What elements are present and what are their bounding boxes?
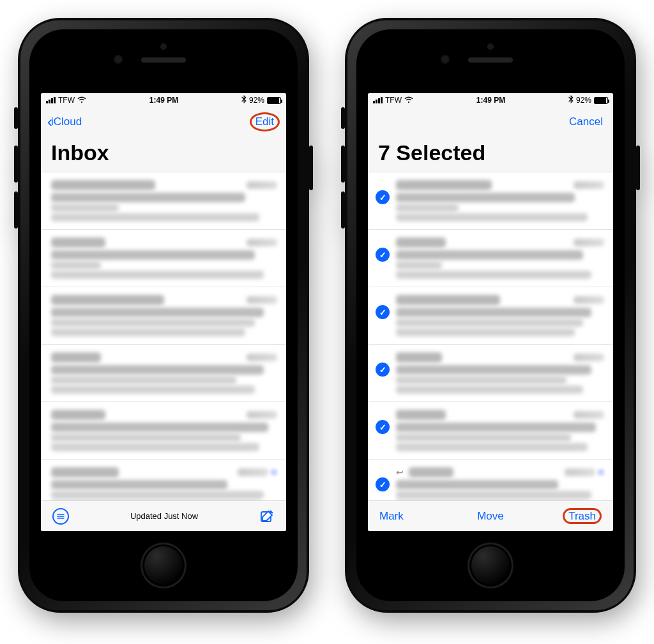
status-bar: TFW 1:49 PM 92% (368, 93, 613, 107)
trash-button[interactable]: Trash (563, 508, 602, 524)
clock: 1:49 PM (149, 96, 178, 105)
message-row[interactable]: ✓ (368, 402, 613, 460)
back-label: iCloud (51, 116, 82, 128)
mail-select-screen: TFW 1:49 PM 92% (368, 93, 613, 531)
home-button[interactable] (468, 543, 513, 588)
wifi-icon (404, 96, 413, 105)
compose-button[interactable] (259, 509, 275, 524)
nav-bar: Cancel (368, 107, 613, 137)
page-title: 7 Selected (368, 137, 613, 172)
status-bar: TFW 1:49 PM 92% (41, 93, 286, 107)
message-row[interactable] (41, 172, 286, 230)
mail-inbox-screen: TFW 1:49 PM 92% (41, 93, 286, 531)
checkmark-icon[interactable]: ✓ (376, 305, 390, 319)
cancel-button[interactable]: Cancel (565, 114, 607, 130)
battery-pct: 92% (249, 96, 264, 105)
toolbar-status: Updated Just Now (69, 511, 259, 521)
battery-icon (267, 97, 281, 104)
move-button[interactable]: Move (453, 510, 528, 523)
carrier-label: TFW (385, 96, 402, 105)
bluetooth-icon (241, 95, 247, 105)
message-row[interactable]: ✓ (368, 172, 613, 230)
message-row[interactable] (41, 460, 286, 500)
phone-left: TFW 1:49 PM 92% (18, 18, 309, 613)
message-row[interactable] (41, 402, 286, 460)
cancel-label: Cancel (569, 116, 603, 128)
clock: 1:49 PM (476, 96, 505, 105)
toolbar: Updated Just Now (41, 500, 286, 531)
back-button[interactable]: ‹ iCloud (47, 114, 82, 130)
message-list[interactable]: ✓ ✓ (368, 172, 613, 500)
reply-icon: ↩ (396, 467, 404, 477)
wifi-icon (77, 96, 86, 105)
mark-button[interactable]: Mark (379, 510, 453, 523)
message-row[interactable]: ✓ ↩ (368, 460, 613, 500)
signal-icon (46, 97, 56, 103)
edit-button[interactable]: Edit (250, 112, 280, 131)
message-row[interactable]: ✓ (368, 230, 613, 287)
home-button[interactable] (141, 543, 186, 588)
checkmark-icon[interactable]: ✓ (376, 190, 390, 204)
checkmark-icon[interactable]: ✓ (376, 248, 390, 262)
message-row[interactable]: ✓ (368, 287, 613, 345)
message-row[interactable]: ✓ (368, 345, 613, 402)
toolbar: Mark Move Trash (368, 500, 613, 531)
message-row[interactable] (41, 230, 286, 287)
message-row[interactable] (41, 345, 286, 402)
page-title: Inbox (41, 137, 286, 172)
checkmark-icon[interactable]: ✓ (376, 363, 390, 377)
filter-icon[interactable] (52, 508, 69, 525)
checkmark-icon[interactable]: ✓ (376, 477, 390, 491)
signal-icon (373, 97, 383, 103)
battery-pct: 92% (576, 96, 591, 105)
bluetooth-icon (568, 95, 574, 105)
edit-label: Edit (255, 116, 274, 128)
checkmark-icon[interactable]: ✓ (376, 420, 390, 434)
message-list[interactable] (41, 172, 286, 500)
phone-right: TFW 1:49 PM 92% (345, 18, 636, 613)
message-row[interactable] (41, 287, 286, 345)
nav-bar: ‹ iCloud Edit (41, 107, 286, 137)
carrier-label: TFW (58, 96, 75, 105)
battery-icon (594, 97, 608, 104)
